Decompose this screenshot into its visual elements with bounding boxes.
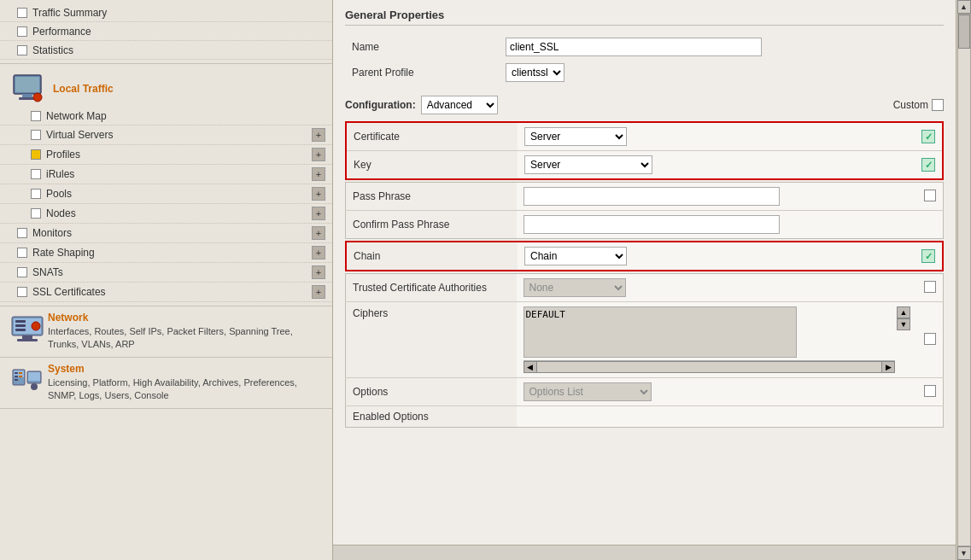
sidebar-item-label: Monitors [32, 227, 308, 239]
sidebar-item-ssl-certificates[interactable]: SSL Certificates + [0, 283, 332, 302]
sidebar-item-profiles[interactable]: Profiles + [0, 145, 332, 165]
sidebar-item-label: Nodes [46, 207, 308, 219]
svg-point-10 [32, 322, 40, 330]
scroll-down-btn[interactable]: ▼ [957, 546, 971, 560]
scroll-up-btn[interactable]: ▲ [957, 0, 971, 14]
irules-plus[interactable]: + [312, 167, 325, 181]
pass-phrase-checkbox[interactable] [924, 190, 936, 201]
options-checkbox[interactable] [924, 385, 936, 397]
svg-rect-7 [15, 320, 26, 323]
general-properties-title: General Properties [345, 9, 944, 26]
profiles-plus[interactable]: + [312, 148, 325, 161]
sidebar-item-traffic-summary[interactable]: Traffic Summary [0, 3, 332, 22]
chain-check-cell: ✓ [915, 242, 942, 270]
sidebar-item-label: Pools [46, 188, 308, 200]
ciphers-left-btn[interactable]: ◀ [524, 361, 537, 373]
sidebar-item-monitors[interactable]: Monitors + [0, 224, 332, 243]
sidebar-item-pools[interactable]: Pools + [0, 184, 332, 204]
ssl-certificates-plus[interactable]: + [312, 285, 325, 299]
general-properties-table: Name Parent Profile clientssl [345, 34, 944, 85]
checkbox-ssl-certificates [17, 287, 27, 297]
rate-shaping-plus[interactable]: + [312, 246, 325, 260]
checkbox-profiles [31, 149, 41, 160]
sidebar-item-virtual-servers[interactable]: Virtual Servers + [0, 125, 332, 145]
ciphers-nav: ◀ ▶ [524, 360, 896, 373]
ciphers-checkbox[interactable] [924, 333, 936, 345]
svg-rect-12 [17, 339, 38, 341]
pass-phrase-check-cell [917, 183, 944, 211]
ciphers-up-btn[interactable]: ▲ [897, 306, 910, 318]
config-mode-select[interactable]: Basic Advanced Custom [421, 96, 498, 114]
sidebar-item-label: Virtual Servers [46, 129, 308, 141]
trusted-ca-check-cell [917, 274, 944, 302]
config-right: Custom [893, 99, 944, 111]
checkbox-statistics [17, 45, 27, 55]
network-title: Network [48, 312, 325, 324]
network-desc: Interfaces, Routes, Self IPs, Packet Fil… [48, 325, 325, 352]
svg-point-4 [33, 93, 42, 102]
monitors-plus[interactable]: + [312, 226, 325, 240]
trusted-ca-select[interactable]: None [524, 278, 626, 297]
network-section[interactable]: Network Interfaces, Routes, Self IPs, Pa… [0, 306, 332, 358]
network-text: Network Interfaces, Routes, Self IPs, Pa… [48, 312, 325, 352]
svg-point-22 [31, 383, 38, 390]
svg-rect-11 [22, 335, 32, 339]
sidebar-item-irules[interactable]: iRules + [0, 165, 332, 184]
checkbox-virtual-servers [31, 130, 41, 140]
certificate-value-cell: Server Default None [518, 123, 915, 151]
enabled-options-row: Enabled Options [346, 406, 944, 428]
confirm-pass-value-cell [517, 211, 918, 239]
ciphers-right-btn[interactable]: ▶ [881, 361, 895, 373]
chain-group: Chain Chain None Default ✓ [345, 241, 944, 271]
options-check-cell [917, 378, 944, 406]
sidebar-item-snats[interactable]: SNATs + [0, 263, 332, 283]
sidebar-item-network-map[interactable]: Network Map [0, 107, 332, 125]
system-text: System Licensing, Platform, High Availab… [48, 363, 325, 403]
checkbox-network-map [31, 111, 41, 121]
custom-checkbox[interactable] [932, 99, 944, 111]
system-section[interactable]: System Licensing, Platform, High Availab… [0, 358, 332, 409]
sidebar-item-nodes[interactable]: Nodes + [0, 204, 332, 224]
chain-select[interactable]: Chain None Default [524, 247, 627, 265]
chain-checkbox[interactable]: ✓ [921, 249, 935, 263]
certificate-row: Certificate Server Default None ✓ [347, 123, 942, 151]
sidebar-item-label: Profiles [46, 149, 308, 160]
parent-profile-select[interactable]: clientssl [506, 63, 564, 82]
sidebar-item-rate-shaping[interactable]: Rate Shaping + [0, 243, 332, 263]
snats-plus[interactable]: + [312, 265, 325, 279]
main-content: General Properties Name Parent Profile c… [333, 0, 956, 560]
sidebar-item-label: Performance [32, 26, 325, 38]
name-input[interactable] [506, 38, 762, 56]
cert-key-table: Certificate Server Default None ✓ [347, 123, 942, 178]
chain-value-cell: Chain None Default [518, 242, 915, 270]
ciphers-down-btn[interactable]: ▼ [897, 318, 910, 330]
sidebar-item-label: Network Map [46, 110, 325, 122]
pools-plus[interactable]: + [312, 187, 325, 201]
certificate-checkbox[interactable]: ✓ [921, 130, 935, 143]
confirm-pass-input[interactable] [524, 215, 780, 234]
certificate-select[interactable]: Server Default None [524, 127, 627, 146]
config-label: Configuration: [345, 99, 416, 111]
key-label: Key [347, 151, 518, 179]
key-checkbox[interactable]: ✓ [921, 158, 935, 172]
parent-profile-row: Parent Profile clientssl [345, 60, 944, 85]
enabled-options-check-cell [917, 406, 944, 428]
virtual-servers-plus[interactable]: + [312, 128, 325, 142]
key-check-cell: ✓ [915, 151, 942, 179]
pass-phrase-value-cell [517, 183, 918, 211]
checkbox-monitors [17, 228, 27, 238]
pass-phrase-input[interactable] [524, 187, 780, 206]
options-select[interactable]: Options List [524, 382, 652, 401]
sidebar-item-statistics[interactable]: Statistics [0, 41, 332, 60]
chain-table: Chain Chain None Default ✓ [347, 242, 942, 270]
svg-rect-21 [28, 372, 40, 381]
right-scrollbar: ▲ ▼ [956, 0, 971, 560]
ciphers-textarea[interactable]: DEFAULT [524, 306, 797, 358]
scroll-track[interactable] [957, 14, 971, 546]
key-select[interactable]: Server Default None [524, 155, 652, 174]
trusted-ca-checkbox[interactable] [924, 281, 936, 293]
checkbox-nodes [31, 208, 41, 219]
network-svg [10, 313, 44, 342]
sidebar-item-performance[interactable]: Performance [0, 22, 332, 41]
nodes-plus[interactable]: + [312, 207, 325, 220]
